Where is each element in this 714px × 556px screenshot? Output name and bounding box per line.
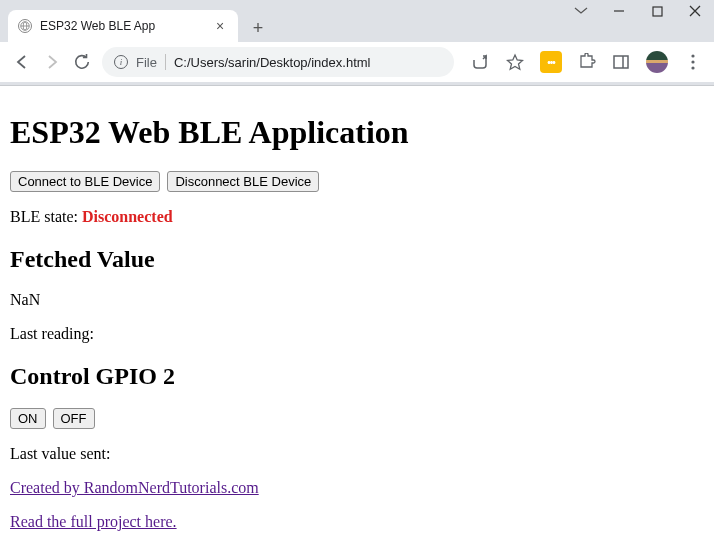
close-window-button[interactable]	[688, 4, 702, 18]
new-tab-button[interactable]: +	[244, 14, 272, 42]
back-button[interactable]	[12, 52, 32, 72]
tab-title: ESP32 Web BLE App	[40, 19, 204, 33]
reload-button[interactable]	[72, 52, 92, 72]
fetched-value: NaN	[10, 291, 704, 309]
bookmark-icon[interactable]	[506, 53, 524, 71]
extension-badge-icon[interactable]: •••	[540, 51, 562, 73]
connect-button[interactable]: Connect to BLE Device	[10, 171, 160, 192]
svg-point-7	[691, 54, 694, 57]
ble-state-line: BLE state: Disconnected	[10, 208, 704, 226]
address-bar[interactable]: i File C:/Users/sarin/Desktop/index.html	[102, 47, 454, 77]
svg-rect-1	[653, 7, 662, 16]
created-by-link[interactable]: Created by RandomNerdTutorials.com	[10, 479, 259, 496]
gpio-heading: Control GPIO 2	[10, 363, 704, 390]
close-tab-button[interactable]: ×	[212, 18, 228, 34]
last-value-sent: Last value sent:	[10, 445, 704, 463]
forward-button[interactable]	[42, 52, 62, 72]
gpio-on-button[interactable]: ON	[10, 408, 46, 429]
ble-state-value: Disconnected	[82, 208, 173, 225]
svg-rect-5	[614, 56, 628, 68]
extensions-icon[interactable]	[578, 53, 596, 71]
page-title: ESP32 Web BLE Application	[10, 114, 704, 151]
menu-icon[interactable]	[684, 53, 702, 71]
svg-point-8	[691, 60, 694, 63]
last-reading: Last reading:	[10, 325, 704, 343]
sidepanel-icon[interactable]	[612, 53, 630, 71]
share-icon[interactable]	[472, 53, 490, 71]
gpio-off-button[interactable]: OFF	[53, 408, 95, 429]
read-full-project-link[interactable]: Read the full project here.	[10, 513, 177, 530]
ble-state-label: BLE state:	[10, 208, 82, 225]
svg-point-9	[691, 66, 694, 69]
minimize-button[interactable]	[612, 4, 626, 18]
disconnect-button[interactable]: Disconnect BLE Device	[167, 171, 319, 192]
browser-tab[interactable]: ESP32 Web BLE App ×	[8, 10, 238, 42]
url-path: C:/Users/sarin/Desktop/index.html	[174, 55, 371, 70]
window-dropdown-icon[interactable]	[574, 4, 588, 18]
maximize-button[interactable]	[650, 4, 664, 18]
fetched-value-heading: Fetched Value	[10, 246, 704, 273]
url-prefix: File	[136, 55, 157, 70]
page-info-icon[interactable]: i	[114, 55, 128, 69]
url-divider	[165, 54, 166, 70]
profile-avatar[interactable]	[646, 51, 668, 73]
globe-icon	[18, 19, 32, 33]
